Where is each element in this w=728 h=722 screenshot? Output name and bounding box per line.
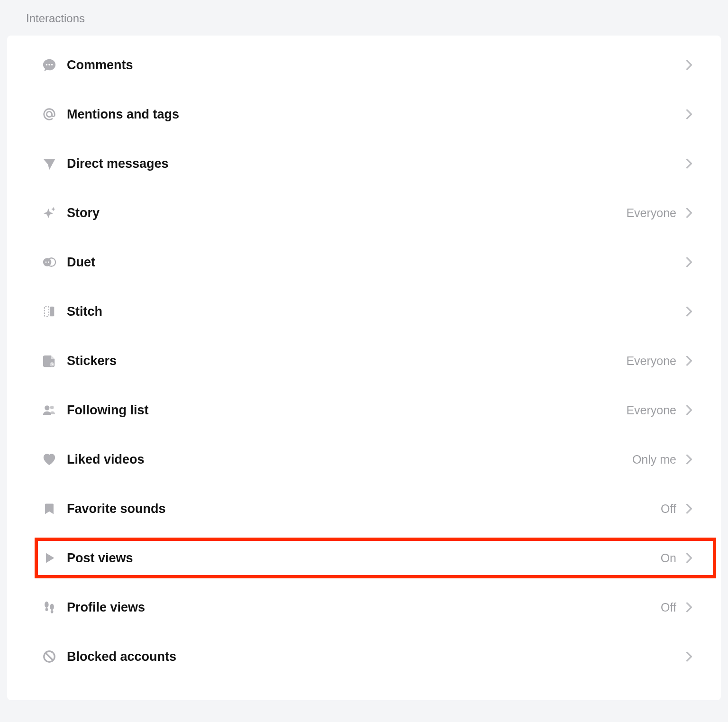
heart-icon xyxy=(41,451,57,467)
at-sign-icon xyxy=(41,106,57,122)
svg-line-18 xyxy=(46,653,53,660)
svg-point-1 xyxy=(48,64,50,65)
chevron-right-icon xyxy=(685,551,693,565)
setting-label: Direct messages xyxy=(67,156,685,171)
chevron-right-icon xyxy=(685,108,693,121)
setting-value: Everyone xyxy=(626,206,676,220)
stitch-icon xyxy=(41,303,57,320)
chevron-right-icon xyxy=(685,502,693,515)
svg-point-15 xyxy=(50,604,54,610)
chevron-right-icon xyxy=(685,256,693,269)
setting-row-duet[interactable]: Duet xyxy=(7,238,721,287)
svg-point-13 xyxy=(45,602,48,608)
bookmark-icon xyxy=(41,501,57,517)
setting-label: Profile views xyxy=(67,600,661,615)
chevron-right-icon xyxy=(685,650,693,663)
setting-label: Story xyxy=(67,206,626,220)
setting-value: Everyone xyxy=(626,354,676,368)
setting-label: Mentions and tags xyxy=(67,107,685,122)
comment-bubble-icon xyxy=(41,57,57,73)
svg-point-12 xyxy=(50,406,54,410)
chevron-right-icon xyxy=(685,453,693,466)
setting-label: Post views xyxy=(67,551,661,566)
chevron-right-icon xyxy=(685,601,693,614)
setting-row-post-views[interactable]: Post viewsOn xyxy=(7,533,721,583)
svg-rect-7 xyxy=(50,307,54,317)
setting-label: Following list xyxy=(67,403,626,418)
setting-row-mentions[interactable]: Mentions and tags xyxy=(7,90,721,139)
chevron-right-icon xyxy=(685,305,693,318)
setting-row-stickers[interactable]: +StickersEveryone xyxy=(7,336,721,385)
chevron-right-icon xyxy=(685,58,693,72)
svg-rect-8 xyxy=(45,307,49,317)
chevron-right-icon xyxy=(685,206,693,219)
chevron-right-icon xyxy=(685,157,693,170)
setting-row-story[interactable]: StoryEveryone xyxy=(7,188,721,238)
play-triangle-icon xyxy=(41,550,57,566)
settings-page: Interactions CommentsMentions and tagsDi… xyxy=(0,0,728,700)
setting-row-favorite-sounds[interactable]: Favorite soundsOff xyxy=(7,484,721,533)
setting-label: Stickers xyxy=(67,354,626,368)
setting-row-following-list[interactable]: Following listEveryone xyxy=(7,385,721,435)
sparkle-icon xyxy=(41,205,57,221)
setting-row-comments[interactable]: Comments xyxy=(7,40,721,90)
people-icon xyxy=(41,402,57,418)
svg-point-14 xyxy=(46,608,48,611)
interactions-panel: CommentsMentions and tagsDirect messages… xyxy=(7,36,721,700)
setting-label: Liked videos xyxy=(67,452,632,467)
block-icon xyxy=(41,649,57,665)
setting-row-profile-views[interactable]: Profile viewsOff xyxy=(7,583,721,632)
svg-text:+: + xyxy=(51,362,53,366)
svg-point-5 xyxy=(46,262,47,263)
svg-point-0 xyxy=(46,64,47,65)
section-title: Interactions xyxy=(7,7,721,36)
setting-value: Only me xyxy=(632,453,676,466)
svg-point-16 xyxy=(51,610,54,613)
chevron-right-icon xyxy=(685,403,693,417)
duet-icon xyxy=(41,254,57,270)
setting-label: Stitch xyxy=(67,304,685,319)
svg-point-2 xyxy=(51,64,53,65)
setting-value: On xyxy=(661,551,676,565)
setting-label: Favorite sounds xyxy=(67,502,661,516)
setting-value: Everyone xyxy=(626,403,676,417)
svg-point-6 xyxy=(48,262,49,263)
sticker-icon: + xyxy=(41,353,57,369)
svg-point-11 xyxy=(45,405,49,410)
setting-row-stitch[interactable]: Stitch xyxy=(7,287,721,336)
setting-label: Comments xyxy=(67,58,685,73)
setting-row-blocked[interactable]: Blocked accounts xyxy=(7,632,721,681)
setting-value: Off xyxy=(661,601,676,614)
setting-row-liked-videos[interactable]: Liked videosOnly me xyxy=(7,435,721,484)
setting-value: Off xyxy=(661,502,676,516)
chevron-right-icon xyxy=(685,354,693,367)
setting-label: Blocked accounts xyxy=(67,649,685,664)
paper-plane-icon xyxy=(41,155,57,172)
footprints-icon xyxy=(41,599,57,615)
setting-label: Duet xyxy=(67,255,685,270)
setting-row-direct-msgs[interactable]: Direct messages xyxy=(7,139,721,188)
